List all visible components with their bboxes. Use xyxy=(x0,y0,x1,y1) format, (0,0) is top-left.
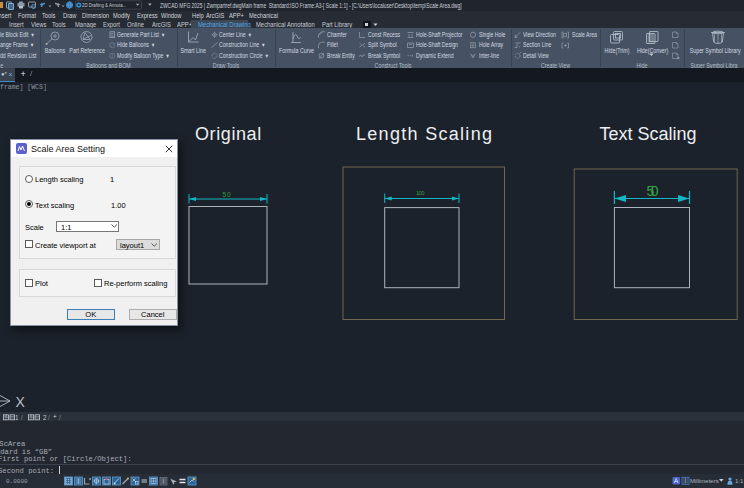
svg-text:100: 100 xyxy=(416,190,425,196)
svg-text:50: 50 xyxy=(223,191,231,198)
svg-text:50: 50 xyxy=(647,183,659,199)
svg-text:X: X xyxy=(16,394,26,410)
